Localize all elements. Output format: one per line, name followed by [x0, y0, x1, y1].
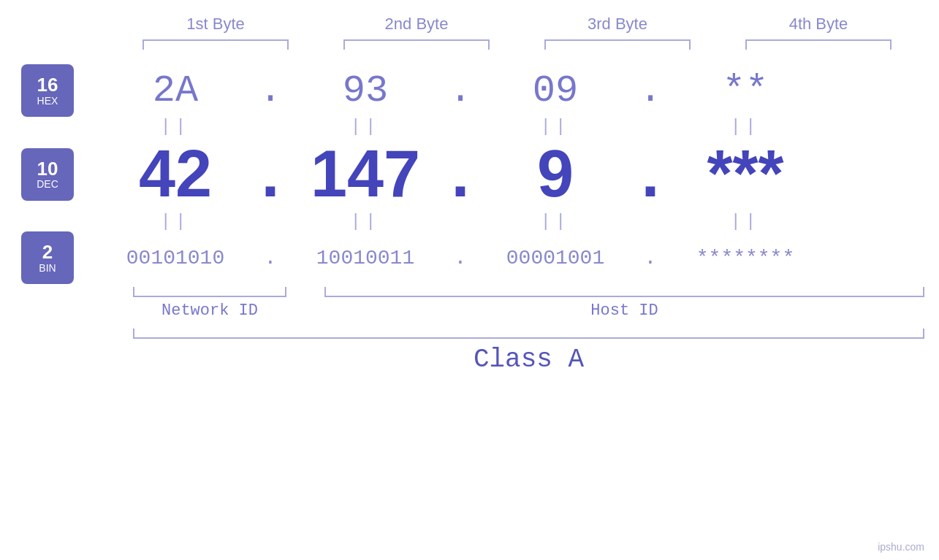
hex-row: 16 HEX 2A . 93 . 09 . **	[0, 64, 939, 117]
full-bracket	[133, 329, 924, 339]
class-label: Class A	[133, 345, 924, 375]
top-bracket-1	[142, 39, 289, 50]
bottom-bracket-row	[0, 287, 939, 297]
hex-dot-2: .	[446, 69, 475, 112]
bin-byte-4: ********	[665, 247, 826, 269]
hex-label-container: 16 HEX	[0, 64, 95, 117]
bin-byte-2: 10010011	[285, 247, 446, 269]
eq1-b4: ||	[665, 117, 826, 137]
equals-row-1: || || || ||	[0, 117, 939, 137]
network-id-label: Network ID	[133, 302, 286, 320]
eq1-b2: ||	[285, 117, 446, 137]
hex-base-num: 16	[37, 74, 58, 96]
hex-bytes-row: 2A . 93 . 09 . **	[95, 69, 939, 112]
class-label-row: Class A	[0, 345, 939, 375]
dec-byte-3: 9	[475, 137, 636, 212]
bin-dot-3: .	[636, 247, 665, 269]
dec-dot-2: .	[446, 137, 475, 212]
eq2-b2: ||	[285, 212, 446, 231]
byte-header-1: 1st Byte	[135, 15, 296, 34]
dec-bytes-row: 42 . 147 . 9 . ***	[95, 137, 939, 212]
watermark: ipshu.com	[878, 541, 924, 553]
hex-byte-3: 09	[475, 69, 636, 112]
main-container: 1st Byte 2nd Byte 3rd Byte 4th Byte 16 H…	[0, 0, 939, 560]
byte-headers: 1st Byte 2nd Byte 3rd Byte 4th Byte	[115, 15, 919, 34]
host-bracket	[324, 287, 924, 297]
dec-dot-1: .	[256, 137, 285, 212]
bin-label-container: 2 BIN	[0, 231, 95, 284]
bin-row: 2 BIN 00101010 . 10010011 . 00001001 .	[0, 231, 939, 284]
id-labels-row: Network ID Host ID	[0, 302, 939, 320]
eq1-b1: ||	[95, 117, 256, 137]
byte-header-3: 3rd Byte	[537, 15, 698, 34]
dec-row: 10 DEC 42 . 147 . 9 . ***	[0, 137, 939, 212]
bin-bytes-row: 00101010 . 10010011 . 00001001 . *******…	[95, 247, 939, 269]
dec-dot-3: .	[636, 137, 665, 212]
host-id-label: Host ID	[324, 302, 924, 320]
bin-byte-3: 00001001	[475, 247, 636, 269]
top-bracket-2	[343, 39, 490, 50]
bin-dot-2: .	[446, 247, 475, 269]
hex-label-box: 16 HEX	[21, 64, 74, 117]
top-brackets	[115, 39, 919, 50]
bin-base-text: BIN	[39, 263, 56, 274]
dec-label-box: 10 DEC	[21, 148, 74, 201]
dec-base-text: DEC	[37, 179, 58, 190]
hex-byte-2: 93	[285, 69, 446, 112]
dec-byte-2: 147	[285, 137, 446, 212]
hex-dot-1: .	[256, 69, 285, 112]
byte-header-4: 4th Byte	[738, 15, 899, 34]
dec-byte-1: 42	[95, 137, 256, 212]
bin-byte-1: 00101010	[95, 247, 256, 269]
dec-base-num: 10	[37, 158, 58, 180]
eq2-b1: ||	[95, 212, 256, 231]
top-bracket-4	[745, 39, 892, 50]
equals-row-2: || || || ||	[0, 212, 939, 231]
network-bracket	[133, 287, 286, 297]
hex-dot-3: .	[636, 69, 665, 112]
top-bracket-3	[544, 39, 691, 50]
eq2-b4: ||	[665, 212, 826, 231]
hex-base-text: HEX	[37, 96, 58, 107]
dec-label-container: 10 DEC	[0, 148, 95, 201]
eq1-b3: ||	[475, 117, 636, 137]
bin-dot-1: .	[256, 247, 285, 269]
hex-byte-1: 2A	[95, 69, 256, 112]
eq2-b3: ||	[475, 212, 636, 231]
byte-header-2: 2nd Byte	[336, 15, 497, 34]
dec-byte-4: ***	[665, 137, 826, 212]
hex-byte-4: **	[665, 69, 826, 112]
bin-label-box: 2 BIN	[21, 231, 74, 284]
full-bracket-row	[0, 329, 939, 339]
bin-base-num: 2	[42, 242, 53, 263]
